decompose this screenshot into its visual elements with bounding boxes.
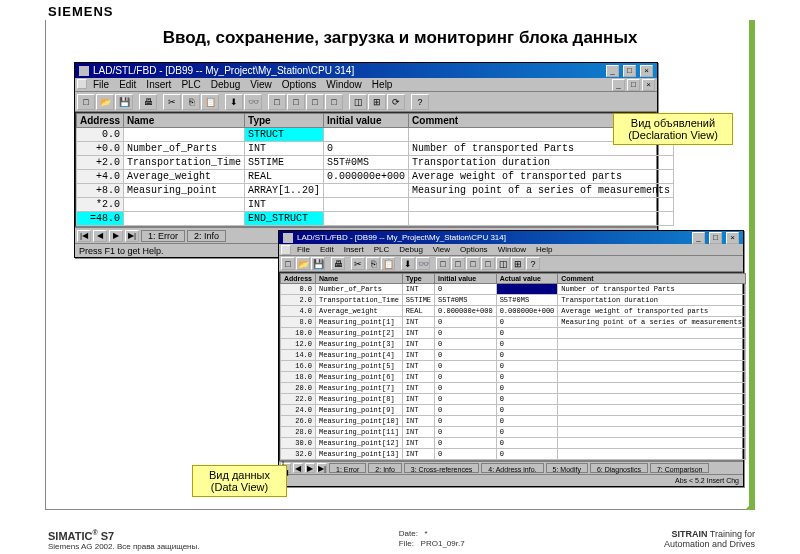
table-row[interactable]: 26.0Measuring_point[10]INT00 bbox=[281, 416, 746, 427]
menu-help[interactable]: Help bbox=[532, 245, 556, 254]
new-icon[interactable]: □ bbox=[77, 94, 95, 110]
col-comment[interactable]: Comment bbox=[558, 274, 746, 284]
table-row[interactable]: +0.0Number_of_PartsINT0Number of transpo… bbox=[77, 142, 674, 156]
mdi-maximize-icon[interactable]: □ bbox=[627, 79, 640, 91]
nav-prev-icon[interactable]: ◀ bbox=[93, 230, 107, 242]
table-row[interactable]: +8.0Measuring_pointARRAY[1..20]Measuring… bbox=[77, 184, 674, 198]
maximize-icon[interactable]: □ bbox=[709, 232, 722, 244]
col-name[interactable]: Name bbox=[316, 274, 403, 284]
menu-plc[interactable]: PLC bbox=[370, 245, 394, 254]
tool-icon[interactable]: □ bbox=[466, 257, 480, 270]
nav-last-icon[interactable]: ▶| bbox=[125, 230, 139, 242]
open-icon[interactable]: 📂 bbox=[296, 257, 310, 270]
table-row[interactable]: 18.0Measuring_point[6]INT00 bbox=[281, 372, 746, 383]
table-row[interactable]: 2.0Transportation_TimeS5TIMES5T#0MSS5T#0… bbox=[281, 295, 746, 306]
tool-icon[interactable]: □ bbox=[306, 94, 324, 110]
tab-info[interactable]: 2: Info bbox=[368, 463, 401, 473]
table-row[interactable]: 32.0Measuring_point[13]INT00 bbox=[281, 449, 746, 460]
menu-plc[interactable]: PLC bbox=[177, 79, 204, 90]
tab-info[interactable]: 2: Info bbox=[187, 230, 226, 242]
minimize-icon[interactable]: _ bbox=[606, 65, 619, 77]
open-icon[interactable]: 📂 bbox=[96, 94, 114, 110]
menu-window[interactable]: Window bbox=[494, 245, 530, 254]
col-address[interactable]: Address bbox=[77, 114, 124, 128]
menu-insert[interactable]: Insert bbox=[142, 79, 175, 90]
mdi-close-icon[interactable]: × bbox=[642, 79, 655, 91]
table-row[interactable]: 14.0Measuring_point[4]INT00 bbox=[281, 350, 746, 361]
declaration-grid[interactable]: Address Name Type Initial value Comment … bbox=[75, 112, 657, 227]
tool-icon[interactable]: □ bbox=[325, 94, 343, 110]
menu-window[interactable]: Window bbox=[322, 79, 366, 90]
table-row[interactable]: +2.0Transportation_TimeS5TIMES5T#0MSTran… bbox=[77, 156, 674, 170]
save-icon[interactable]: 💾 bbox=[311, 257, 325, 270]
data-grid[interactable]: Address Name Type Initial value Actual v… bbox=[279, 272, 743, 461]
save-icon[interactable]: 💾 bbox=[115, 94, 133, 110]
col-type[interactable]: Type bbox=[402, 274, 434, 284]
tab-compare[interactable]: 7: Comparison bbox=[650, 463, 710, 473]
menu-edit[interactable]: Edit bbox=[316, 245, 338, 254]
help-icon[interactable]: ? bbox=[526, 257, 540, 270]
tool-icon[interactable]: □ bbox=[287, 94, 305, 110]
cut-icon[interactable]: ✂ bbox=[351, 257, 365, 270]
tab-address[interactable]: 4: Address info. bbox=[481, 463, 543, 473]
menu-options[interactable]: Options bbox=[278, 79, 320, 90]
menu-view[interactable]: View bbox=[246, 79, 276, 90]
menu-debug[interactable]: Debug bbox=[207, 79, 244, 90]
nav-prev-icon[interactable]: ◀ bbox=[293, 463, 303, 473]
table-row[interactable]: 0.0STRUCT bbox=[77, 128, 674, 142]
download-icon[interactable]: ⬇ bbox=[225, 94, 243, 110]
tool-icon[interactable]: □ bbox=[451, 257, 465, 270]
col-address[interactable]: Address bbox=[281, 274, 316, 284]
new-icon[interactable]: □ bbox=[281, 257, 295, 270]
tool-icon[interactable]: ◫ bbox=[349, 94, 367, 110]
table-row[interactable]: 4.0Average_weightREAL0.000000e+0000.0000… bbox=[281, 306, 746, 317]
col-type[interactable]: Type bbox=[245, 114, 324, 128]
minimize-icon[interactable]: _ bbox=[692, 232, 705, 244]
table-row[interactable]: 16.0Measuring_point[5]INT00 bbox=[281, 361, 746, 372]
tab-error[interactable]: 1: Error bbox=[141, 230, 185, 242]
table-row[interactable]: 0.0Number_of_PartsINT0Number of transpor… bbox=[281, 284, 746, 295]
help-icon[interactable]: ? bbox=[411, 94, 429, 110]
maximize-icon[interactable]: □ bbox=[623, 65, 636, 77]
copy-icon[interactable]: ⎘ bbox=[366, 257, 380, 270]
tab-error[interactable]: 1: Error bbox=[329, 463, 366, 473]
tab-modify[interactable]: 5: Modify bbox=[546, 463, 588, 473]
tool-icon[interactable]: □ bbox=[268, 94, 286, 110]
table-row[interactable]: 8.0Measuring_point[1]INT00Measuring poin… bbox=[281, 317, 746, 328]
menu-help[interactable]: Help bbox=[368, 79, 397, 90]
col-actual[interactable]: Actual value bbox=[496, 274, 558, 284]
tool-icon[interactable]: ⟳ bbox=[387, 94, 405, 110]
paste-icon[interactable]: 📋 bbox=[201, 94, 219, 110]
print-icon[interactable]: 🖶 bbox=[331, 257, 345, 270]
menu-debug[interactable]: Debug bbox=[395, 245, 427, 254]
tab-xref[interactable]: 3: Cross-references bbox=[404, 463, 479, 473]
menu-file[interactable]: File bbox=[89, 79, 113, 90]
titlebar[interactable]: LAD/STL/FBD - [DB99 -- My_Project\My_Sta… bbox=[279, 231, 743, 244]
titlebar[interactable]: LAD/STL/FBD - [DB99 -- My_Project\My_Sta… bbox=[75, 63, 657, 78]
nav-first-icon[interactable]: |◀ bbox=[77, 230, 91, 242]
table-row[interactable]: +4.0Average_weightREAL0.000000e+000Avera… bbox=[77, 170, 674, 184]
table-row[interactable]: 30.0Measuring_point[12]INT00 bbox=[281, 438, 746, 449]
menu-icon[interactable] bbox=[281, 245, 291, 255]
table-row[interactable]: 10.0Measuring_point[2]INT00 bbox=[281, 328, 746, 339]
col-initial[interactable]: Initial value bbox=[324, 114, 409, 128]
nav-next-icon[interactable]: ▶ bbox=[109, 230, 123, 242]
table-row[interactable]: 22.0Measuring_point[8]INT00 bbox=[281, 394, 746, 405]
tab-diag[interactable]: 6: Diagnostics bbox=[590, 463, 648, 473]
nav-last-icon[interactable]: ▶| bbox=[317, 463, 327, 473]
menu-view[interactable]: View bbox=[429, 245, 454, 254]
tool-icon[interactable]: ◫ bbox=[496, 257, 510, 270]
mdi-minimize-icon[interactable]: _ bbox=[612, 79, 625, 91]
close-icon[interactable]: × bbox=[640, 65, 653, 77]
menu-options[interactable]: Options bbox=[456, 245, 492, 254]
col-initial[interactable]: Initial value bbox=[435, 274, 497, 284]
table-row[interactable]: =48.0END_STRUCT bbox=[77, 212, 674, 226]
close-icon[interactable]: × bbox=[726, 232, 739, 244]
col-name[interactable]: Name bbox=[124, 114, 245, 128]
table-row[interactable]: *2.0INT bbox=[77, 198, 674, 212]
download-icon[interactable]: ⬇ bbox=[401, 257, 415, 270]
copy-icon[interactable]: ⎘ bbox=[182, 94, 200, 110]
menu-icon[interactable] bbox=[77, 79, 87, 89]
tool-icon[interactable]: ⊞ bbox=[511, 257, 525, 270]
tool-icon[interactable]: □ bbox=[436, 257, 450, 270]
